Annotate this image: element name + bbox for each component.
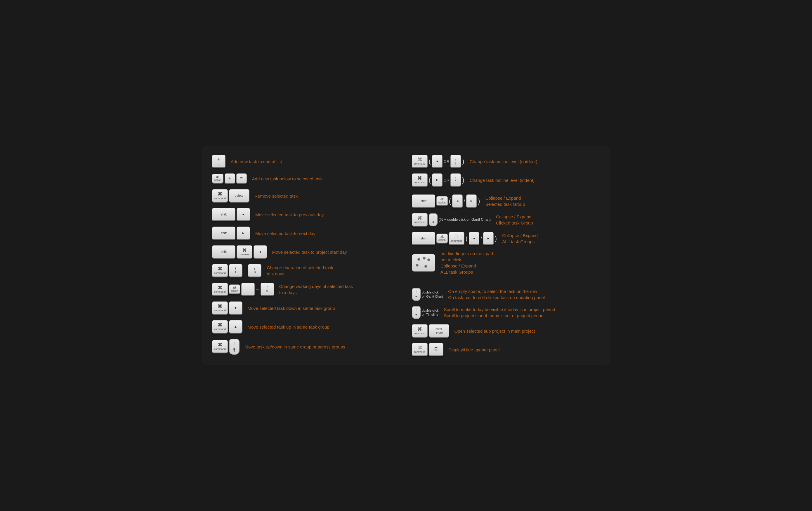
shortcut-row-move-drag: ⌘ command ▼ ▼ Move task up/down in same … bbox=[212, 339, 400, 355]
key-cmd-outdent: ⌘ command bbox=[412, 155, 428, 168]
key-group-dblclick-timeline: double click on Timeline bbox=[412, 306, 438, 319]
desc-move-down: Move selected task down in same task gro… bbox=[248, 305, 400, 311]
key-alt-cs: alt option bbox=[436, 196, 448, 206]
key-cmd4: ⌘ command bbox=[212, 283, 228, 296]
key-cmd-indent: ⌘ command bbox=[412, 173, 428, 187]
key-shift-cs: shift bbox=[412, 194, 435, 208]
key-brace-outdent: { [ bbox=[451, 155, 461, 168]
label-dblclick-timeline: double click on Timeline bbox=[422, 308, 438, 317]
paren-right3: ) bbox=[478, 198, 480, 204]
key-arrow-down: ▼ bbox=[229, 301, 242, 315]
key-alt-ca: alt option bbox=[436, 234, 448, 243]
key-group-cmd-mouse: ⌘ command ▼ ▼ bbox=[212, 339, 239, 355]
key-group-collapse-clicked: ⌘ command (⌘ + double click on Gantt Cha… bbox=[412, 213, 491, 226]
shortcut-row-outdent: ⌘ command ( ◄ OR { [ ) Change task outli… bbox=[412, 155, 600, 168]
key-cmd7: ⌘ command bbox=[212, 340, 228, 353]
left-column: + = Add new task to end of list alt opti… bbox=[212, 155, 400, 356]
shortcut-row-trackpad: put five fingers on trackpad not to clic… bbox=[412, 250, 600, 275]
shortcut-row-working-days: ⌘ command alt option ! 1 ··· ( 9 Change … bbox=[212, 283, 400, 296]
shortcut-row-indent: ⌘ command ( ► OR } ] ) Change task outli… bbox=[412, 173, 600, 187]
desc-project-start: Move selected task to project start day bbox=[272, 249, 400, 255]
finger5 bbox=[425, 265, 427, 268]
key-group-plus-equals: + = bbox=[212, 155, 226, 168]
key-group-subproject: ⌘ command enter return bbox=[412, 324, 449, 338]
key-alt2: alt option bbox=[229, 285, 240, 294]
key-group-cmd-up: ⌘ command ▲ bbox=[212, 320, 242, 333]
key-arrow-up: ▲ bbox=[229, 320, 242, 333]
shortcut-row-prev-day: shift ◄ Move selected task to previous d… bbox=[212, 208, 400, 221]
key-shift1: shift bbox=[212, 208, 235, 221]
desc-move-up: Move selected task up in same task group bbox=[248, 324, 400, 330]
mouse-drag-icon: ▼ ▼ bbox=[229, 339, 239, 355]
shortcut-row-duration: ⌘ command ! 1 ··· ( 9 Change duaration o… bbox=[212, 264, 400, 277]
shortcut-row-collapse-all: shift alt option ⌘ command ( ◄ / ► ) Col… bbox=[412, 232, 600, 245]
key-arrow-left-outdent: ◄ bbox=[432, 155, 442, 168]
desc-dblclick-gantt: On empty space, to select the task on th… bbox=[448, 288, 600, 300]
key-cmd-cc: ⌘ command bbox=[412, 213, 428, 226]
paren-right2: ) bbox=[462, 177, 464, 183]
desc-collapse-all: Collapse / Expand ALL task Groups bbox=[502, 233, 600, 245]
key-cmd2: ⌘ command bbox=[237, 245, 252, 259]
desc-display-panel: Display/Hide update panel bbox=[448, 347, 600, 353]
key-arrow-right1: ► bbox=[237, 226, 250, 240]
desc-add-task-end: Add new task to end of list bbox=[231, 158, 400, 165]
key-brace-indent: } ] bbox=[451, 173, 461, 187]
desc-subproject: Open selected sub project in main projec… bbox=[455, 328, 600, 334]
paren-left1: ( bbox=[429, 158, 431, 165]
slash1: / bbox=[464, 198, 465, 204]
key-group-shift-left: shift ◄ bbox=[212, 208, 250, 221]
paren-left3: ( bbox=[449, 198, 451, 204]
mouse-timeline-icon bbox=[412, 306, 420, 319]
key-cmd5: ⌘ command bbox=[212, 301, 228, 315]
slash2: / bbox=[481, 236, 482, 241]
desc-working-days: Change working days of selected task to … bbox=[279, 283, 400, 296]
dots1: ··· bbox=[243, 268, 247, 273]
key-cmd3: ⌘ command bbox=[212, 264, 228, 277]
key-arrow-right-indent: ► bbox=[432, 173, 442, 187]
shortcut-row-dblclick-timeline: double click on Timeline Scroll to make … bbox=[412, 306, 600, 319]
shortcut-row-dblclick-gantt: double click on Gantt Chart On empty spa… bbox=[412, 288, 600, 301]
key-group-collapse-all: shift alt option ⌘ command ( ◄ / ► ) bbox=[412, 232, 497, 245]
label-dblclick-gantt: double click on Gantt Chart bbox=[422, 290, 443, 299]
key-cmd-sub: ⌘ command bbox=[412, 324, 428, 338]
key-group-alt-plus-eq: alt option + = bbox=[212, 173, 247, 184]
desc-dblclick-timeline: Scroll to make today be visible if today… bbox=[444, 306, 600, 319]
finger2 bbox=[423, 257, 426, 260]
shortcut-row-next-day: shift ► Move selected task to next day bbox=[212, 226, 400, 240]
shortcut-row-move-down: ⌘ command ▼ Move selected task down in s… bbox=[212, 301, 400, 315]
paren-left2: ( bbox=[429, 177, 431, 183]
desc-remove: Remove selected task bbox=[255, 193, 400, 199]
mouse-clicked-icon bbox=[429, 213, 438, 226]
shortcut-row-move-up: ⌘ command ▲ Move selected task up in sam… bbox=[212, 320, 400, 333]
shortcut-row-add-task-end: + = Add new task to end of list bbox=[212, 155, 400, 168]
key-plus: + = bbox=[212, 155, 226, 168]
finger4 bbox=[416, 264, 418, 267]
shortcut-row-project-start: shift ⌘ command ◄ Move selected task to … bbox=[212, 245, 400, 259]
key-group-outdent: ⌘ command ( ◄ OR { [ ) bbox=[412, 155, 464, 168]
desc-outdent: Change task outline level (outdent) bbox=[470, 158, 600, 165]
desc-move-drag: Move task up/down in same group or acros… bbox=[245, 344, 400, 350]
paren-right1: ) bbox=[462, 158, 464, 165]
key-group-cmd-delete: ⌘ command delete bbox=[212, 189, 250, 203]
key-group-cmd-1-9: ⌘ command ! 1 ··· ( 9 bbox=[212, 264, 261, 277]
paren-right4: ) bbox=[495, 235, 497, 242]
key-arrow-left1: ◄ bbox=[237, 208, 250, 221]
paren-left4: ( bbox=[466, 235, 468, 242]
key-group-cmd-down: ⌘ command ▼ bbox=[212, 301, 242, 315]
key-alt-option: alt option bbox=[212, 173, 224, 184]
shortcuts-container: + = Add new task to end of list alt opti… bbox=[202, 146, 610, 365]
key-group-cmd-alt-1-9: ⌘ command alt option ! 1 ··· ( 9 bbox=[212, 283, 274, 296]
mouse-gantt-icon bbox=[412, 288, 420, 301]
key-arrow-right-cs: ► bbox=[466, 194, 477, 208]
key-enter-return: enter return bbox=[429, 324, 449, 338]
or2: OR bbox=[444, 178, 450, 182]
shortcut-row-remove: ⌘ command delete Remove selected task bbox=[212, 189, 400, 203]
key-arrow-right-ca: ► bbox=[483, 232, 494, 245]
spacer1 bbox=[412, 280, 600, 283]
desc-duration: Change duaration of selected task to x d… bbox=[267, 265, 400, 277]
key-arrow-left2: ◄ bbox=[254, 245, 267, 259]
key-shift-ca: shift bbox=[412, 232, 435, 245]
finger1 bbox=[417, 258, 420, 261]
label-gantt-click: (⌘ + double click on Gantt Chart) bbox=[439, 217, 491, 222]
shortcut-row-add-below: alt option + = Add new task below to sel… bbox=[212, 173, 400, 184]
